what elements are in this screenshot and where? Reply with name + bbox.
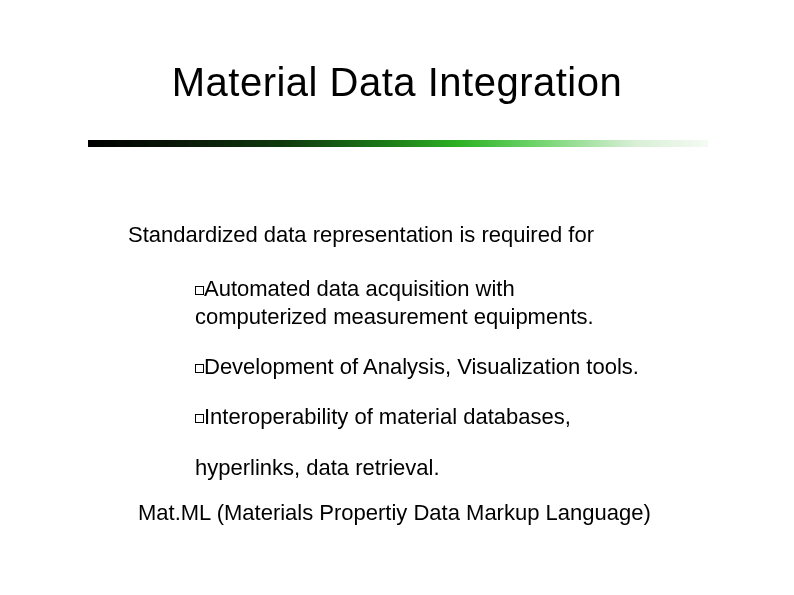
bullet-text: Automated data acquisition with: [204, 276, 515, 301]
slide-title: Material Data Integration: [0, 60, 794, 105]
lead-text: Standardized data representation is requ…: [128, 222, 594, 248]
closing-text: Mat.ML (Materials Propertiy Data Markup …: [138, 500, 651, 526]
list-item: Development of Analysis, Visualization t…: [195, 353, 667, 381]
list-item: Automated data acquisition with computer…: [195, 275, 667, 331]
bullet-icon: [195, 364, 204, 373]
bullet-text: hyperlinks, data retrieval.: [195, 455, 440, 480]
bullet-icon: [195, 286, 204, 295]
bullet-text: Development of Analysis, Visualization t…: [204, 354, 639, 379]
bullet-list: Automated data acquisition with computer…: [195, 275, 667, 504]
list-item: Interoperability of material databases, …: [195, 403, 667, 481]
divider-gradient: [88, 140, 708, 147]
bullet-text: computerized measurement equipments.: [195, 304, 594, 329]
slide: Material Data Integration Standardized d…: [0, 0, 794, 595]
bullet-icon: [195, 414, 204, 423]
bullet-text: Interoperability of material databases,: [204, 404, 571, 429]
